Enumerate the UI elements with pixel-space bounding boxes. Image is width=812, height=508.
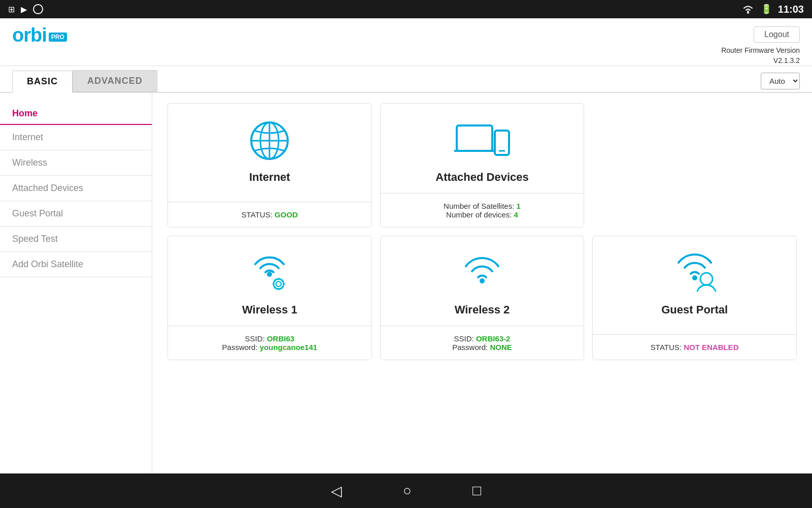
status-bar: ⊞ ▶ 🔋 11:03 — [0, 0, 812, 18]
sidebar-item-add-orbi-satellite[interactable]: Add Orbi Satellite — [0, 252, 152, 277]
globe-icon — [247, 118, 292, 164]
guest-portal-icon — [667, 250, 723, 296]
sidebar-item-speed-test[interactable]: Speed Test — [0, 227, 152, 252]
play-icon: ▶ — [21, 5, 27, 14]
sidebar-item-home[interactable]: Home — [0, 101, 152, 125]
content-area: Home Internet Wireless Attached Devices … — [0, 93, 812, 473]
logo-area: orbi PRO — [12, 24, 67, 46]
internet-status: STATUS: GOOD — [168, 202, 371, 227]
svg-point-20 — [480, 278, 485, 283]
auto-select[interactable]: Auto — [761, 73, 800, 89]
wireless1-icon — [244, 250, 295, 296]
svg-point-22 — [700, 273, 713, 285]
battery-icon: 🔋 — [761, 4, 772, 15]
card-wireless1[interactable]: Wireless 1 SSID: ORBI63 Password: youngc… — [167, 236, 372, 360]
card-attached-top: Attached Devices — [381, 104, 584, 193]
gallery-icon: ⊞ — [8, 5, 15, 14]
card-wireless1-top: Wireless 1 — [168, 236, 371, 326]
guest-portal-status: STATUS: NOT ENABLED — [593, 334, 796, 360]
svg-point-21 — [692, 275, 697, 280]
card-wireless2[interactable]: Wireless 2 SSID: ORBI63-2 Password: NONE — [380, 236, 585, 360]
header-right: Logout Router Firmware Version V2.1.3.2 — [721, 24, 800, 66]
wireless1-info: SSID: ORBI63 Password: youngcanoe141 — [168, 326, 371, 360]
sidebar-item-internet[interactable]: Internet — [0, 125, 152, 150]
wireless1-title: Wireless 1 — [242, 303, 297, 316]
attached-devices-title: Attached Devices — [435, 171, 528, 184]
wireless2-icon — [457, 250, 507, 296]
back-button[interactable]: ◁ — [331, 483, 342, 499]
logo-orbi: orbi — [12, 24, 47, 46]
clock: 11:03 — [778, 4, 804, 15]
header: orbi PRO Logout Router Firmware Version … — [0, 18, 812, 66]
recent-button[interactable]: □ — [472, 483, 481, 499]
svg-point-0 — [747, 12, 749, 14]
svg-point-11 — [276, 281, 281, 287]
wireless2-info: SSID: ORBI63-2 Password: NONE — [381, 326, 584, 360]
sidebar: Home Internet Wireless Attached Devices … — [0, 93, 152, 473]
card-guest-portal[interactable]: Guest Portal STATUS: NOT ENABLED — [592, 236, 797, 360]
card-internet-top: Internet — [168, 104, 371, 202]
status-bar-left: ⊞ ▶ — [8, 4, 43, 14]
svg-rect-5 — [457, 125, 492, 151]
wireless2-title: Wireless 2 — [455, 303, 510, 316]
status-bar-right: 🔋 11:03 — [741, 4, 804, 15]
logout-button[interactable]: Logout — [754, 26, 800, 43]
devices-icon — [454, 118, 510, 164]
firmware-info: Router Firmware Version V2.1.3.2 — [721, 46, 800, 66]
sidebar-item-guest-portal[interactable]: Guest Portal — [0, 201, 152, 227]
sidebar-item-attached-devices[interactable]: Attached Devices — [0, 176, 152, 201]
main-wrapper: orbi PRO Logout Router Firmware Version … — [0, 18, 812, 473]
card-wireless2-top: Wireless 2 — [381, 236, 584, 326]
circle-icon — [33, 4, 43, 14]
svg-point-9 — [267, 272, 272, 277]
guest-portal-title: Guest Portal — [661, 303, 728, 316]
home-button[interactable]: ○ — [403, 483, 412, 499]
card-attached-devices[interactable]: Attached Devices Number of Satellites: 1… — [380, 103, 585, 228]
tab-advanced[interactable]: ADVANCED — [73, 70, 157, 92]
dashboard: Internet STATUS: GOOD — [152, 93, 812, 473]
attached-devices-info: Number of Satellites: 1 Number of device… — [381, 193, 584, 227]
tabs-row: BASIC ADVANCED Auto — [0, 70, 812, 93]
tab-basic[interactable]: BASIC — [12, 71, 73, 93]
card-internet[interactable]: Internet STATUS: GOOD — [167, 103, 372, 228]
wifi-status-icon — [741, 4, 755, 14]
internet-title: Internet — [249, 171, 290, 184]
bottom-nav-bar: ◁ ○ □ — [0, 473, 812, 508]
logo-pro: PRO — [49, 33, 67, 42]
sidebar-item-wireless[interactable]: Wireless — [0, 150, 152, 176]
card-guest-top: Guest Portal — [593, 236, 796, 334]
